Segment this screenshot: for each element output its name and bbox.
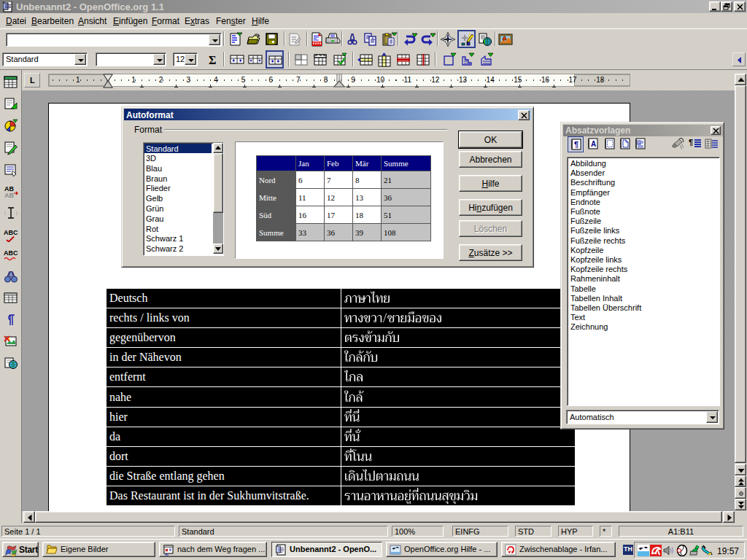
svg-text:AB: AB [4,192,14,199]
svg-text:ABC: ABC [4,249,18,257]
svg-text:A: A [591,140,596,148]
svg-text:Σ: Σ [209,54,216,66]
svg-text:¶: ¶ [689,138,693,147]
svg-text:ABC: ABC [4,229,18,236]
svg-text:¶: ¶ [574,140,578,149]
